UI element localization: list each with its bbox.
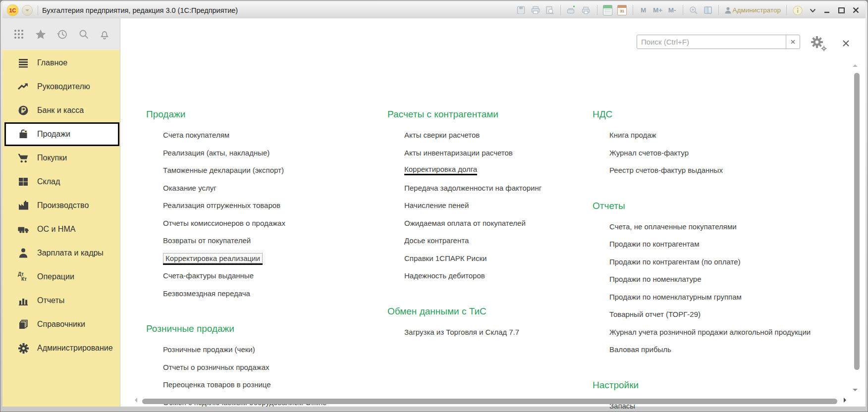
section-link[interactable]: Счета, не оплаченные покупателями bbox=[609, 218, 811, 236]
section-link-label: Счета-фактуры выданные bbox=[163, 271, 254, 280]
section-link[interactable]: Валовая прибыль bbox=[609, 341, 811, 359]
sidebar-item-sklad[interactable]: Склад bbox=[2, 170, 120, 194]
sidebar-item-bank-i-kassa[interactable]: Банк и касса bbox=[2, 99, 120, 122]
section-link-label: Передача задолженности на факторинг bbox=[404, 184, 542, 192]
section-link[interactable]: Отчеты комиссионеров о продажах bbox=[163, 214, 326, 232]
vertical-scrollbar-thumb[interactable] bbox=[854, 73, 860, 370]
chevron-down-icon[interactable] bbox=[808, 4, 817, 16]
sidebar-item-os-i-nma[interactable]: ОС и НМА bbox=[2, 217, 120, 241]
panel-settings-gear-icon[interactable] bbox=[809, 35, 828, 52]
section-link[interactable]: Реестр счетов-фактур выданных bbox=[609, 161, 811, 179]
sidebar-item-prodazhi[interactable]: Продажи bbox=[4, 122, 119, 146]
section-link[interactable]: Таможенные декларации (экспорт) bbox=[163, 161, 326, 179]
section-link[interactable]: Переоценка товаров в рознице bbox=[163, 376, 326, 394]
sidebar-item-operacii[interactable]: ДтКтОперации bbox=[2, 265, 120, 289]
section-link-label: Продажи по номенклатурным группам bbox=[609, 293, 742, 301]
section-link[interactable]: Книга продаж bbox=[609, 126, 811, 144]
section-link[interactable]: Начисление пеней bbox=[404, 197, 542, 214]
section-link[interactable]: Передача задолженности на факторинг bbox=[404, 179, 542, 197]
sidebar-item-pokupki[interactable]: Покупки bbox=[2, 146, 120, 170]
panel-close-icon[interactable] bbox=[840, 37, 852, 49]
search-box bbox=[637, 35, 800, 49]
section-link[interactable]: Продажи по контрагентам bbox=[609, 235, 811, 253]
vertical-scroll-up-arrow[interactable] bbox=[853, 62, 858, 67]
user-button[interactable]: Администратор bbox=[724, 4, 781, 16]
section-link[interactable]: Досье контрагента bbox=[404, 232, 542, 250]
section-link[interactable]: Безвозмездная передача bbox=[163, 285, 326, 303]
section-link-label: Журнал учета розничной продажи алкогольн… bbox=[609, 328, 811, 336]
sidebar-item-proizvodstvo[interactable]: Производство bbox=[2, 194, 120, 217]
section-link[interactable]: Отчеты о розничных продажах bbox=[163, 359, 326, 376]
sidebar-item-label: Зарплата и кадры bbox=[37, 249, 104, 258]
zoom-button[interactable] bbox=[689, 4, 699, 16]
section-link[interactable]: Надежность дебиторов bbox=[404, 267, 542, 285]
section-link[interactable]: Корректировка реализации bbox=[163, 250, 326, 267]
section-link[interactable]: Журнал счетов-фактур bbox=[609, 144, 811, 162]
section-link[interactable]: Продажи по номенклатуре bbox=[609, 270, 811, 288]
info-button[interactable] bbox=[792, 4, 803, 16]
search-clear-button[interactable] bbox=[786, 35, 800, 49]
search-icon[interactable] bbox=[78, 29, 89, 40]
section-link[interactable]: Розничные продажи (чеки) bbox=[163, 341, 326, 359]
section-link-label: Начисление пеней bbox=[404, 201, 469, 209]
bag-icon bbox=[17, 128, 29, 140]
sidebar-item-label: Администрирование bbox=[37, 344, 113, 353]
section-link[interactable]: Продажи по номенклатурным группам bbox=[609, 288, 811, 306]
section-link[interactable]: Возвраты от покупателей bbox=[163, 232, 326, 250]
search-input[interactable] bbox=[637, 35, 786, 49]
horizontal-scroll-right-arrow[interactable] bbox=[844, 398, 849, 403]
section-link-label: Валовая прибыль bbox=[609, 345, 671, 354]
section-link[interactable]: Счета-фактуры выданные bbox=[163, 267, 326, 285]
close-window-button[interactable] bbox=[851, 4, 861, 16]
section-link-label: Возвраты от покупателей bbox=[163, 236, 251, 245]
section-link[interactable]: Журнал учета розничной продажи алкогольн… bbox=[609, 323, 811, 341]
sidebar-toolbar bbox=[2, 18, 120, 50]
titlebar-toolbar: 31 M M+ M- Администратор bbox=[516, 4, 866, 16]
calculator-button[interactable] bbox=[603, 4, 613, 16]
history-icon[interactable] bbox=[56, 29, 68, 40]
horizontal-scrollbar-thumb[interactable] bbox=[142, 399, 837, 404]
attach-file-button[interactable] bbox=[566, 4, 577, 16]
section-link[interactable]: Справки 1СПАРК Риски bbox=[404, 250, 542, 267]
section-link[interactable]: Реализация (акты, накладные) bbox=[163, 144, 326, 162]
section-link[interactable]: Загрузка из Торговля и Склад 7.7 bbox=[404, 323, 542, 341]
section-title: Расчеты с контрагентами bbox=[387, 103, 542, 126]
section-link-label: Надежность дебиторов bbox=[404, 271, 485, 280]
apps-grid-icon[interactable] bbox=[13, 29, 24, 40]
section-link[interactable]: Товарный отчет (ТОРГ-29) bbox=[609, 306, 811, 323]
memory-minus-button[interactable]: M- bbox=[667, 4, 677, 16]
section-link[interactable]: Акты инвентаризации расчетов bbox=[404, 144, 542, 162]
horizontal-scroll-left-arrow[interactable] bbox=[132, 398, 137, 403]
section-link[interactable]: Продажи по контрагентам (по оплате) bbox=[609, 253, 811, 271]
menu-section: НДСКнига продажЖурнал счетов-фактурРеест… bbox=[593, 103, 811, 179]
sidebar-item-otchety[interactable]: Отчеты bbox=[2, 289, 120, 312]
sidebar-item-rukovoditelyu[interactable]: Руководителю bbox=[2, 75, 120, 99]
memory-recall-button[interactable]: M bbox=[639, 4, 649, 16]
memory-plus-button[interactable]: M+ bbox=[653, 4, 663, 16]
section-link[interactable]: Счета покупателям bbox=[163, 126, 326, 144]
print-document-button[interactable] bbox=[581, 4, 592, 16]
maximize-button[interactable] bbox=[836, 4, 846, 16]
section-link[interactable]: Реализация отгруженных товаров bbox=[163, 197, 326, 214]
print-preview-button[interactable] bbox=[545, 4, 555, 16]
save-button[interactable] bbox=[516, 4, 526, 16]
minimize-button[interactable] bbox=[822, 4, 832, 16]
ruble-icon bbox=[17, 104, 29, 116]
menu-section: Расчеты с контрагентамиАкты сверки расче… bbox=[387, 103, 542, 285]
section-link[interactable]: Корректировка долга bbox=[404, 161, 542, 179]
split-columns-button[interactable] bbox=[703, 4, 713, 16]
sidebar-item-spravochniki[interactable]: Справочники bbox=[2, 312, 120, 336]
section-link[interactable]: Акты сверки расчетов bbox=[404, 126, 542, 144]
sidebar-item-label: Главное bbox=[37, 58, 67, 67]
section-link[interactable]: Ожидаемая оплата от покупателей bbox=[404, 214, 542, 232]
notifications-bell-icon[interactable] bbox=[99, 29, 110, 40]
sidebar-item-zarplata-i-kadry[interactable]: Зарплата и кадры bbox=[2, 241, 120, 265]
sidebar-item-administrirovanie[interactable]: Администрирование bbox=[2, 336, 120, 360]
sidebar-item-glavnoe[interactable]: Главное bbox=[2, 51, 120, 75]
vertical-scroll-down-arrow[interactable] bbox=[853, 389, 858, 394]
section-link[interactable]: Оказание услуг bbox=[163, 179, 326, 197]
print-button[interactable] bbox=[531, 4, 541, 16]
calendar-button[interactable]: 31 bbox=[617, 4, 627, 16]
system-menu-dropdown-button[interactable] bbox=[22, 5, 33, 16]
favorites-star-icon[interactable] bbox=[35, 29, 47, 40]
